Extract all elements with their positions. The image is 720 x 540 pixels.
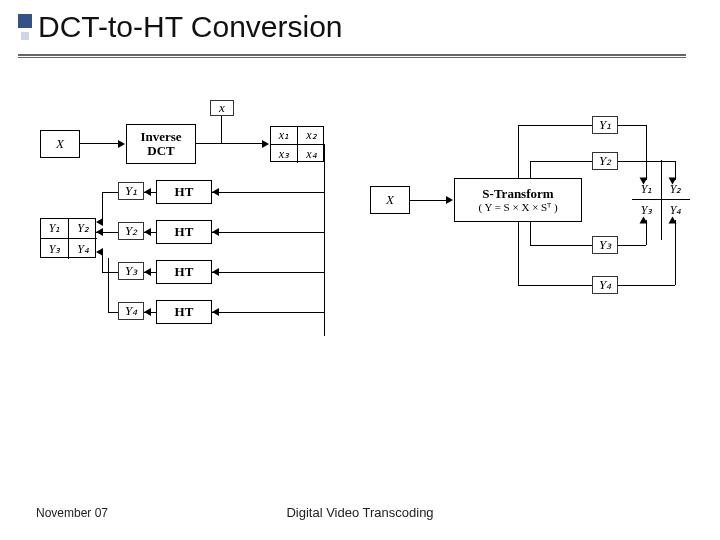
arrowhead-left: [212, 188, 219, 196]
block-s-transform: S-Transform ( Y = S × X × Sᵀ ): [454, 178, 582, 222]
wire: [618, 285, 675, 286]
arrowhead-left: [96, 218, 103, 226]
arrowhead-left: [144, 228, 151, 236]
wire: [618, 125, 646, 126]
right-diagram: X S-Transform ( Y = S × X × Sᵀ ) Y₁ Y₂ Y…: [370, 100, 690, 340]
wire: [675, 220, 676, 285]
wire: [212, 192, 324, 193]
quad-Y-left: Y₁ Y₂ Y₃ Y₄: [40, 218, 96, 258]
s-transform-formula: ( Y = S × X × Sᵀ ): [478, 201, 557, 213]
arrowhead-right: [669, 178, 677, 185]
block-y3-mini-r: Y₃: [592, 236, 618, 254]
arrowhead-left: [96, 248, 103, 256]
arrowhead-right: [640, 178, 648, 185]
left-diagram: X Inverse DCT x x₁ x₂ x₃ x₄ HT HT HT HT …: [40, 100, 330, 350]
slide-title: DCT-to-HT Conversion: [38, 10, 343, 44]
wire: [212, 232, 324, 233]
cell: Y₃: [41, 239, 69, 259]
arrowhead-left: [144, 268, 151, 276]
wire: [618, 245, 646, 246]
block-y4-mini: Y₄: [118, 302, 144, 320]
quad-x: x₁ x₂ x₃ x₄: [270, 126, 324, 162]
cell: x₄: [298, 145, 325, 163]
block-inverse-dct: Inverse DCT: [126, 124, 196, 164]
wire: [221, 116, 222, 143]
arrowhead-right: [262, 140, 269, 148]
wire: [108, 258, 109, 312]
arrowhead-left: [212, 268, 219, 276]
block-x-scalar: x: [210, 100, 234, 116]
block-ht-1: HT: [156, 180, 212, 204]
block-y1-mini-r: Y₁: [592, 116, 618, 134]
wire: [518, 125, 519, 178]
title-bullet-rail: [18, 14, 32, 48]
arrowhead-right: [118, 140, 125, 148]
wire: [102, 272, 118, 273]
block-y2-mini-r: Y₂: [592, 152, 618, 170]
wire: [212, 272, 324, 273]
block-X-left: X: [40, 130, 80, 158]
arrowhead-right: [669, 217, 677, 224]
block-ht-3: HT: [156, 260, 212, 284]
arrowhead-left: [144, 308, 151, 316]
arrowhead-left: [144, 188, 151, 196]
wire: [410, 200, 448, 201]
cell: x₂: [298, 127, 325, 145]
wire: [196, 143, 264, 144]
wire: [530, 245, 592, 246]
wire: [102, 192, 118, 193]
arrowhead-left: [96, 228, 103, 236]
wire: [518, 285, 592, 286]
arrowhead-left: [212, 308, 219, 316]
quad-Y-right: Y₁ Y₂ Y₃ Y₄: [632, 180, 690, 220]
bullet-square-small: [21, 32, 29, 40]
quad-vline: [661, 160, 662, 240]
block-y4-mini-r: Y₄: [592, 276, 618, 294]
block-ht-4: HT: [156, 300, 212, 324]
cell: Y₂: [69, 219, 97, 239]
block-X-right: X: [370, 186, 410, 214]
arrowhead-left: [212, 228, 219, 236]
wire: [108, 312, 118, 313]
footer-title: Digital Video Transcoding: [0, 505, 720, 520]
wire: [646, 220, 647, 245]
block-y3-mini: Y₃: [118, 262, 144, 280]
bullet-square-large: [18, 14, 32, 28]
wire: [518, 222, 519, 285]
block-y1-mini: Y₁: [118, 182, 144, 200]
cell: x₃: [271, 145, 298, 163]
cell: Y₄: [69, 239, 97, 259]
arrowhead-right: [446, 196, 453, 204]
wire: [646, 125, 647, 180]
wire: [618, 161, 675, 162]
wire: [324, 144, 325, 336]
cell: Y₁: [41, 219, 69, 239]
s-transform-title: S-Transform: [482, 187, 553, 201]
wire: [518, 125, 592, 126]
wire: [212, 312, 324, 313]
title-underline: [18, 54, 686, 58]
block-ht-2: HT: [156, 220, 212, 244]
block-y2-mini: Y₂: [118, 222, 144, 240]
cell: x₁: [271, 127, 298, 145]
arrowhead-right: [640, 217, 648, 224]
wire: [530, 222, 531, 245]
wire: [530, 161, 592, 162]
wire: [530, 161, 531, 178]
wire: [80, 143, 120, 144]
